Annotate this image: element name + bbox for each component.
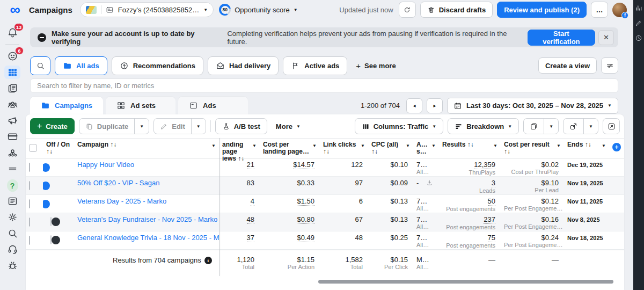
duplicate-dropdown[interactable]: ▼	[134, 119, 149, 134]
sidebar-all-tools[interactable]	[4, 162, 20, 176]
account-selector[interactable]: Fozzy's (245038825852… ▼	[80, 2, 214, 17]
prev-page-button[interactable]: ◂	[406, 98, 422, 113]
date-range-selector[interactable]: Last 30 days: Oct 30, 2025 – Nov 28, 202…	[447, 98, 618, 114]
banner-body: Completing verification helps prevent yo…	[227, 30, 522, 46]
column-menu-icon[interactable]: ▼	[493, 141, 497, 148]
account-card-icon	[106, 6, 114, 14]
column-header-costres[interactable]: Cost per result↑↓▼	[501, 139, 564, 158]
table-summary-row: Results from 704 campaignsi1,120Total$1.…	[26, 250, 624, 276]
create-view-button[interactable]: Create a view	[538, 57, 597, 74]
filter-chip-all-ads[interactable]: All ads	[55, 56, 107, 75]
sidebar-settings[interactable]	[4, 211, 20, 224]
search-input[interactable]	[30, 78, 618, 93]
filter-chip-had-delivery[interactable]: Had delivery	[208, 56, 279, 75]
review-publish-button[interactable]: Review and publish (2)	[497, 2, 587, 18]
campaign-name-link[interactable]: Veteran's Day Fundraiser - Nov 2025 - Ma…	[77, 215, 217, 223]
column-menu-icon[interactable]: ▼	[602, 141, 606, 148]
column-menu-icon[interactable]: ▼	[406, 141, 410, 148]
history-panel-button[interactable]	[635, 34, 642, 42]
campaign-name-link[interactable]: 50% Off $20 - VIP - Sagan	[77, 179, 159, 187]
tab-campaigns[interactable]: Campaigns	[30, 97, 103, 114]
sidebar-ads-manager[interactable]	[4, 66, 20, 79]
campaign-toggle[interactable]	[50, 217, 52, 226]
column-menu-icon[interactable]: ▼	[312, 141, 317, 148]
reports-button[interactable]	[524, 119, 544, 134]
column-header-results[interactable]: Results ↑↓▼	[439, 139, 501, 158]
column-header-toggle[interactable]: Off / On↑↓	[43, 139, 74, 158]
ab-test-button[interactable]: A/B test	[215, 118, 267, 134]
column-menu-icon[interactable]: ▼	[211, 141, 216, 148]
user-avatar[interactable]: f	[612, 3, 627, 17]
see-more-button[interactable]: +See more	[352, 61, 400, 70]
right-sidebar	[633, 0, 644, 290]
column-header-campaign[interactable]: Campaign ↑↓▼	[74, 139, 219, 158]
sidebar-report-bug[interactable]	[4, 259, 20, 272]
sidebar-advertise[interactable]	[4, 114, 20, 127]
row-checkbox[interactable]	[29, 218, 30, 227]
column-header-costlp[interactable]: Cost perlanding page…▼	[260, 139, 320, 158]
row-checkbox[interactable]	[29, 181, 30, 190]
start-verification-button[interactable]: Start verification	[528, 30, 595, 46]
breakdown-dropdown[interactable]: Breakdown▼	[448, 118, 519, 134]
column-header-ends[interactable]: Ends ↑↓▼	[564, 139, 609, 158]
view-settings-button[interactable]	[601, 57, 618, 74]
sidebar-account-overview[interactable]: 6	[4, 49, 20, 63]
info-icon[interactable]: i	[204, 257, 212, 264]
edit-button[interactable]: Edit	[154, 119, 191, 134]
edit-dropdown[interactable]: ▼	[191, 119, 206, 134]
sidebar-notifications[interactable]: 13	[4, 26, 20, 39]
campaign-name-link[interactable]: Happy Hour Video	[77, 161, 134, 169]
topbar-actions: Updated just now Discard drafts Review a…	[339, 2, 627, 18]
campaign-name-link[interactable]: Veterans Day - 2025 - Marko	[77, 197, 166, 205]
column-header-cpc[interactable]: CPC (all) ↑↓▼	[368, 139, 413, 158]
tab-ad-sets[interactable]: Ad sets	[106, 97, 175, 114]
column-header-lpviews[interactable]: anding pageiews ↑↓▼	[219, 139, 260, 158]
column-menu-icon[interactable]: ▼	[361, 141, 365, 148]
campaign-toggle[interactable]	[50, 235, 52, 244]
columns-dropdown[interactable]: Columns: Traffic▼	[355, 118, 444, 134]
export-button[interactable]	[564, 119, 583, 134]
sidebar-updates[interactable]	[4, 194, 20, 208]
campaign-name-link[interactable]: General Knowledge Trivia - 18 Nov - 2025…	[77, 234, 219, 242]
column-menu-icon[interactable]: ▼	[557, 141, 561, 148]
insights-panel-button[interactable]	[635, 4, 642, 12]
search-filter-button[interactable]	[30, 56, 50, 75]
refresh-button[interactable]	[399, 2, 416, 18]
filter-chip-active-ads[interactable]: Active ads	[283, 56, 347, 75]
edit-panel-button[interactable]	[635, 19, 642, 27]
sidebar-audiences[interactable]	[4, 98, 20, 111]
export-dropdown[interactable]: ▼	[583, 119, 598, 134]
download-icon	[426, 179, 433, 186]
filter-chip-recommendations[interactable]: Recommendations	[112, 56, 203, 75]
horizontal-scrollbar[interactable]	[318, 280, 613, 284]
more-options-button[interactable]: …	[591, 2, 608, 18]
column-menu-icon[interactable]: ▼	[431, 141, 436, 148]
column-menu-icon[interactable]: ▼	[252, 141, 257, 148]
opportunity-score-dropdown[interactable]: 80 Opportunity score ▼	[219, 4, 298, 16]
row-checkbox[interactable]	[29, 236, 30, 245]
open-chart-button[interactable]	[603, 118, 620, 134]
tab-ads[interactable]: Ads	[178, 97, 248, 114]
create-button[interactable]: +Create	[30, 118, 75, 134]
sidebar-billing[interactable]	[4, 130, 20, 143]
sidebar-pages[interactable]	[4, 82, 20, 95]
discard-drafts-button[interactable]: Discard drafts	[420, 2, 493, 18]
row-checkbox[interactable]	[29, 199, 30, 208]
add-column-button[interactable]: +	[612, 143, 621, 151]
reports-dropdown[interactable]: ▼	[544, 119, 558, 134]
sidebar-events-manager[interactable]	[4, 146, 20, 160]
next-page-button[interactable]: ▸	[427, 98, 443, 113]
sidebar-search[interactable]	[4, 227, 20, 240]
meta-logo-icon[interactable]: ∞	[5, 2, 24, 18]
divider	[101, 5, 101, 14]
close-icon[interactable]: ×	[598, 30, 614, 45]
column-header-linkclicks[interactable]: Link clicks ↑↓▼	[320, 139, 368, 158]
export-button-group: ▼	[563, 118, 598, 134]
duplicate-button[interactable]: Duplicate	[79, 119, 135, 134]
sidebar-support[interactable]	[4, 243, 20, 256]
row-checkbox[interactable]	[29, 163, 30, 172]
column-header-attr[interactable]: A…s…▼	[413, 139, 439, 158]
more-dropdown[interactable]: More▼	[272, 122, 305, 130]
select-all-checkbox[interactable]	[29, 144, 37, 152]
sidebar-help[interactable]: ?	[4, 178, 20, 192]
